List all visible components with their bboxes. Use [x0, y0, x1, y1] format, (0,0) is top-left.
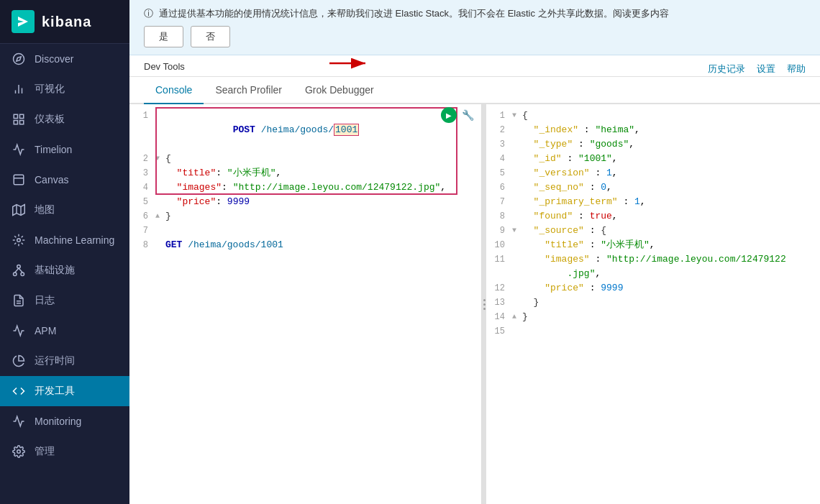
r-content-5: "_version" : 1,: [522, 166, 820, 180]
line-num-8: 8: [129, 238, 155, 252]
r-line-num-4: 4: [486, 152, 512, 166]
r-fold-9: ▼: [512, 224, 522, 238]
breadcrumb: Dev Tools: [144, 61, 185, 76]
line-num-7: 7: [129, 224, 155, 238]
r-code-line-10: 10 "title" : "小米手机",: [486, 238, 820, 252]
apm-icon: [12, 324, 26, 338]
sidebar-item-maps[interactable]: 地图: [0, 195, 129, 225]
sidebar-item-visualize[interactable]: 可视化: [0, 74, 129, 104]
sidebar: kibana Discover 可视化 仪表板 Timelion Canvas: [0, 0, 129, 504]
run-button[interactable]: ▶: [441, 107, 457, 123]
tab-search-profiler[interactable]: Search Profiler: [204, 77, 293, 104]
sidebar-item-dashboard[interactable]: 仪表板: [0, 104, 129, 134]
action-buttons: ▶ 🔧: [441, 107, 475, 123]
sidebar-item-maps-label: 地图: [35, 203, 55, 216]
divider-dot: [483, 308, 486, 310]
devtools-icon: [12, 384, 26, 398]
kibana-logo-icon: [12, 10, 35, 33]
settings-link[interactable]: 设置: [757, 63, 775, 75]
svg-rect-9: [14, 175, 24, 185]
sidebar-item-visualize-label: 可视化: [35, 83, 65, 96]
right-editor-pane: 1 ▼ { 2 "_index" : "heima", 3 "_type" : …: [486, 104, 820, 504]
sidebar-item-management[interactable]: 管理: [0, 436, 129, 467]
code-line-5: 5 "price": 9999: [129, 195, 481, 209]
sidebar-item-logs-label: 日志: [35, 294, 55, 307]
r-line-num-12: 12: [486, 281, 512, 295]
r-code-line-7: 7 "_primary_term" : 1,: [486, 195, 820, 209]
code-area: 1 POST /heima/goods/1001 2 ▼ { 3 "ti: [129, 104, 820, 504]
right-code-editor[interactable]: 1 ▼ { 2 "_index" : "heima", 3 "_type" : …: [486, 104, 820, 504]
header-actions: 历史记录 设置 帮助: [708, 63, 806, 75]
no-button[interactable]: 否: [191, 26, 230, 47]
r-code-line-1: 1 ▼ {: [486, 109, 820, 123]
r-line-num-8: 8: [486, 209, 512, 224]
map-icon: [12, 203, 26, 217]
divider-dots: [483, 299, 486, 310]
help-link[interactable]: 帮助: [787, 63, 806, 75]
logs-icon: [12, 293, 26, 308]
r-code-line-11b: .jpg",: [486, 267, 820, 281]
line-content-5: "price": 9999: [165, 195, 481, 209]
devtools-header: Dev Tools 历史记录 设置 帮助: [129, 55, 820, 77]
r-content-14: }: [522, 310, 820, 324]
left-editor-pane: 1 POST /heima/goods/1001 2 ▼ { 3 "ti: [129, 104, 482, 504]
svg-rect-7: [14, 121, 17, 124]
r-code-line-4: 4 "_id" : "1001",: [486, 152, 820, 166]
sidebar-item-infra[interactable]: 基础设施: [0, 255, 129, 285]
sidebar-item-discover[interactable]: Discover: [0, 44, 129, 74]
svg-point-13: [17, 239, 21, 242]
line-num-2: 2: [129, 152, 155, 166]
uptime-icon: [12, 354, 26, 368]
r-line-num-7: 7: [486, 195, 512, 209]
left-code-editor[interactable]: 1 POST /heima/goods/1001 2 ▼ { 3 "ti: [129, 104, 481, 504]
r-line-num-15: 15: [486, 324, 512, 339]
sidebar-item-logs[interactable]: 日志: [0, 285, 129, 316]
sidebar-item-ml[interactable]: Machine Learning: [0, 225, 129, 255]
compass-icon: [12, 52, 26, 66]
svg-point-16: [21, 272, 24, 276]
line-fold-6: ▲: [155, 209, 165, 224]
sidebar-item-management-label: 管理: [35, 445, 55, 458]
divider-dot: [483, 303, 486, 306]
r-line-num-1: 1: [486, 109, 512, 123]
code-line-6: 6 ▲ }: [129, 209, 481, 224]
sidebar-item-canvas-label: Canvas: [35, 174, 68, 185]
yes-button[interactable]: 是: [144, 26, 183, 47]
tools-button[interactable]: 🔧: [460, 107, 475, 123]
sidebar-item-timelion[interactable]: Timelion: [0, 134, 129, 165]
infra-icon: [12, 263, 26, 278]
code-line-1: 1 POST /heima/goods/1001: [129, 109, 481, 152]
sidebar-item-devtools[interactable]: 开发工具: [0, 376, 129, 406]
r-content-7: "_primary_term" : 1,: [522, 195, 820, 209]
tab-grok-debugger[interactable]: Grok Debugger: [293, 77, 386, 104]
r-code-line-2: 2 "_index" : "heima",: [486, 123, 820, 137]
sidebar-item-apm[interactable]: APM: [0, 316, 129, 346]
svg-line-18: [19, 268, 22, 272]
svg-rect-6: [20, 114, 24, 118]
line-content-1: POST /heima/goods/1001: [165, 109, 481, 152]
notification-bar: ⓘ 通过提供基本功能的使用情况统计信息，来帮助我们改进 Elastic Stac…: [129, 0, 820, 55]
management-icon: [12, 444, 26, 459]
r-content-10: "title" : "小米手机",: [522, 238, 820, 252]
r-line-num-5: 5: [486, 166, 512, 180]
line-num-4: 4: [129, 180, 155, 195]
line-fold-2: ▼: [155, 152, 165, 166]
history-link[interactable]: 历史记录: [708, 63, 745, 75]
sidebar-item-apm-label: APM: [35, 325, 56, 336]
tab-console[interactable]: Console: [144, 77, 204, 104]
kibana-logo-text: kibana: [42, 14, 91, 30]
r-code-line-15: 15: [486, 324, 820, 339]
sidebar-item-timelion-label: Timelion: [35, 144, 72, 155]
line-num-3: 3: [129, 166, 155, 180]
r-content-4: "_id" : "1001",: [522, 152, 820, 166]
divider-dot: [483, 299, 486, 301]
sidebar-item-monitoring[interactable]: Monitoring: [0, 406, 129, 436]
r-content-12: "price" : 9999: [522, 281, 820, 295]
sidebar-item-uptime[interactable]: 运行时间: [0, 346, 129, 376]
sidebar-item-dashboard-label: 仪表板: [35, 113, 65, 126]
sidebar-item-canvas[interactable]: Canvas: [0, 165, 129, 195]
svg-point-0: [14, 54, 24, 65]
r-code-line-3: 3 "_type" : "goods",: [486, 137, 820, 152]
r-content-1: {: [522, 109, 820, 123]
r-fold-14: ▲: [512, 310, 522, 324]
